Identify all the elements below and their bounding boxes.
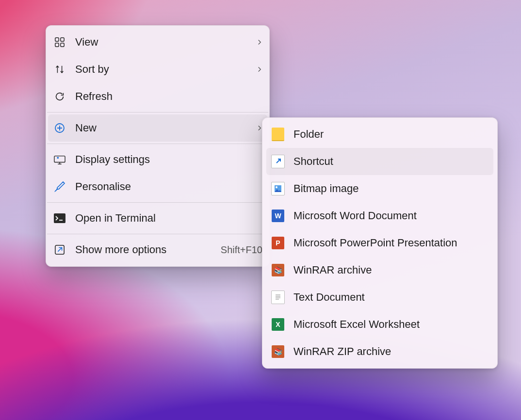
submenu-item-label: WinRAR ZIP archive xyxy=(293,345,488,358)
chevron-right-icon xyxy=(257,37,262,48)
menu-separator xyxy=(47,234,268,234)
submenu-item-label: Bitmap image xyxy=(293,182,488,195)
refresh-icon xyxy=(53,90,66,103)
sort-icon xyxy=(53,63,66,76)
menu-item-sort-by[interactable]: Sort by xyxy=(46,56,269,83)
menu-separator xyxy=(47,112,268,113)
svg-point-6 xyxy=(57,157,59,159)
menu-item-label: Refresh xyxy=(75,90,262,103)
submenu-item-label: WinRAR archive xyxy=(293,264,488,276)
svg-rect-5 xyxy=(54,156,65,162)
submenu-item-powerpoint[interactable]: P Microsoft PowerPoint Presentation xyxy=(264,229,495,257)
submenu-item-winrar[interactable]: 📚 WinRAR archive xyxy=(264,257,495,284)
svg-rect-1 xyxy=(61,38,64,41)
menu-item-view[interactable]: View xyxy=(46,29,269,56)
excel-icon: X xyxy=(271,318,285,331)
menu-separator xyxy=(47,202,268,203)
shortcut-icon xyxy=(271,155,285,168)
terminal-icon xyxy=(53,211,66,225)
submenu-item-winrar-zip[interactable]: 📚 WinRAR ZIP archive xyxy=(264,338,495,365)
menu-item-label: New xyxy=(75,122,252,134)
submenu-item-label: Text Document xyxy=(293,291,488,304)
submenu-item-bitmap[interactable]: Bitmap image xyxy=(264,175,495,202)
paintbrush-icon xyxy=(53,180,66,194)
menu-item-label: Display settings xyxy=(75,153,262,166)
menu-item-new[interactable]: New xyxy=(48,114,267,142)
grid-icon xyxy=(53,35,66,49)
folder-icon xyxy=(271,128,285,141)
submenu-item-folder[interactable]: Folder xyxy=(264,121,495,148)
keyboard-shortcut-hint: Shift+F10 xyxy=(221,244,262,256)
menu-item-refresh[interactable]: Refresh xyxy=(46,83,269,110)
menu-item-display-settings[interactable]: Display settings xyxy=(46,146,269,173)
bitmap-icon xyxy=(271,182,285,195)
menu-item-personalise[interactable]: Personalise xyxy=(46,173,269,200)
submenu-item-shortcut[interactable]: Shortcut xyxy=(266,148,493,175)
menu-separator xyxy=(47,144,268,144)
submenu-item-label: Microsoft PowerPoint Presentation xyxy=(293,237,488,249)
powerpoint-icon: P xyxy=(271,236,285,250)
word-icon: W xyxy=(271,209,285,223)
svg-rect-0 xyxy=(55,38,59,41)
submenu-item-text-document[interactable]: Text Document xyxy=(264,284,495,311)
display-settings-icon xyxy=(53,153,66,166)
new-submenu: Folder Shortcut Bitmap image W Microsoft… xyxy=(262,117,498,369)
winrar-zip-icon: 📚 xyxy=(271,345,285,358)
expand-icon xyxy=(53,243,66,257)
menu-item-open-terminal[interactable]: Open in Terminal xyxy=(46,205,269,232)
submenu-item-label: Folder xyxy=(293,128,488,141)
submenu-item-word[interactable]: W Microsoft Word Document xyxy=(264,202,495,229)
menu-item-label: Sort by xyxy=(75,63,252,76)
menu-item-label: Personalise xyxy=(75,180,262,193)
menu-item-show-more-options[interactable]: Show more options Shift+F10 xyxy=(46,236,269,263)
winrar-icon: 📚 xyxy=(271,263,285,277)
svg-rect-3 xyxy=(61,43,64,47)
svg-rect-7 xyxy=(54,213,65,223)
menu-item-label: View xyxy=(75,36,252,48)
submenu-item-label: Microsoft Word Document xyxy=(293,210,488,222)
chevron-right-icon xyxy=(257,65,262,75)
desktop-context-menu: View Sort by Refresh New xyxy=(46,25,270,267)
submenu-item-label: Shortcut xyxy=(293,155,488,168)
plus-circle-icon xyxy=(53,121,66,135)
svg-rect-2 xyxy=(55,43,59,47)
menu-item-label: Open in Terminal xyxy=(75,212,262,225)
menu-item-label: Show more options xyxy=(75,243,216,256)
submenu-item-label: Microsoft Excel Worksheet xyxy=(293,318,488,331)
submenu-item-excel[interactable]: X Microsoft Excel Worksheet xyxy=(264,311,495,338)
text-document-icon xyxy=(271,291,285,304)
svg-point-10 xyxy=(276,186,277,188)
